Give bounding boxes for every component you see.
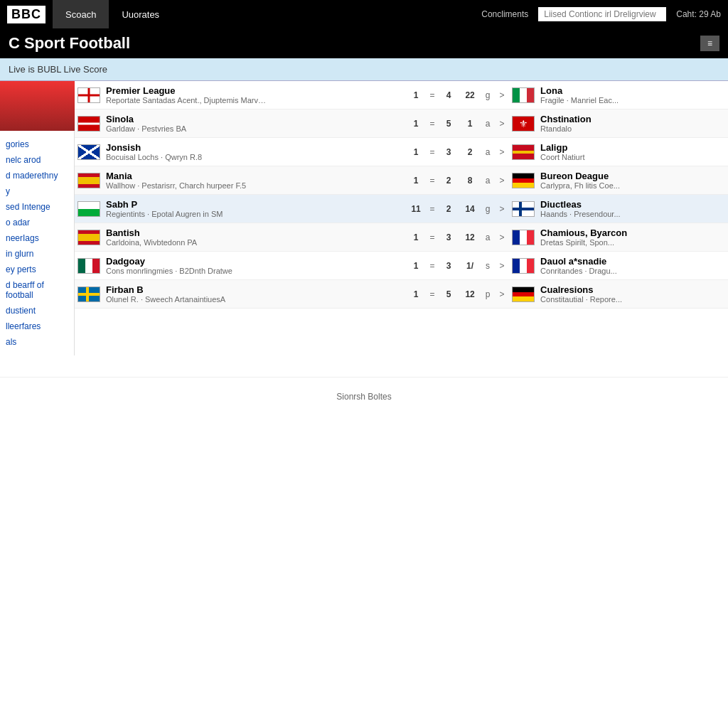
left-flag-cell — [75, 138, 103, 166]
main-layout: gories nelc arod d maderethny y sed Inte… — [0, 81, 728, 355]
sidebar-item-7[interactable]: in glurn — [4, 246, 70, 262]
league-info-cell: JonsishBocuisal Lochs · Qwryn R.8 — [103, 138, 405, 166]
status-letter: a — [481, 166, 495, 195]
equals-sign: = — [427, 195, 438, 223]
league-name[interactable]: Firban B — [106, 284, 402, 295]
right-team-name[interactable]: Bureon Deague — [540, 171, 725, 181]
score-secondary: 12 — [459, 280, 481, 309]
left-flag-cell — [75, 81, 103, 109]
score-left: 1 — [405, 280, 427, 309]
right-team-name[interactable]: Cualresions — [540, 284, 725, 295]
table-row: SinolaGarldaw · Pestvries BA1=51a>⚜Chsti… — [75, 109, 728, 138]
left-flag-cell — [75, 280, 103, 309]
league-info-cell: ManiaWallhow · Pestarisrr, Charch hurpee… — [103, 166, 405, 195]
sidebar-item-5[interactable]: o adar — [4, 215, 70, 230]
right-team-sub: Dretas Spirilt, Spon... — [540, 238, 654, 247]
right-team-name[interactable]: Diuctleas — [540, 199, 725, 210]
live-banner-text: Live is BUBL Live Score — [9, 64, 107, 75]
right-team-sub: Rtandalo — [540, 124, 654, 133]
score-left: 1 — [405, 109, 427, 138]
expand-arrow[interactable]: > — [495, 280, 509, 309]
league-name[interactable]: Mania — [106, 171, 402, 181]
right-info-cell: DiuctleasHaands · Presendour... — [537, 195, 728, 223]
live-banner: Live is BUBL Live Score — [0, 58, 728, 81]
sidebar-item-12[interactable]: als — [4, 334, 70, 350]
footer-text: Sionrsh Boltes — [336, 392, 391, 402]
equals-sign: = — [427, 166, 438, 195]
sidebar-item-3[interactable]: y — [4, 183, 70, 199]
sidebar-image — [0, 81, 75, 131]
league-name[interactable]: Sinola — [106, 114, 402, 124]
league-info-cell: DadgoayCons monrlingmies · B2Dnth Dratwe — [103, 252, 405, 280]
nav-right: Concliments Caht: 29 Ab — [481, 7, 721, 21]
sidebar-item-0[interactable]: gories — [4, 136, 70, 152]
equals-sign: = — [427, 252, 438, 280]
sidebar: gories nelc arod d maderethny y sed Inte… — [0, 81, 75, 355]
sidebar-nav: gories nelc arod d maderethny y sed Inte… — [0, 131, 74, 355]
expand-arrow[interactable]: > — [495, 166, 509, 195]
expand-arrow[interactable]: > — [495, 81, 509, 109]
right-team-sub: Haands · Presendour... — [540, 210, 654, 218]
score-left: 11 — [405, 195, 427, 223]
expand-arrow[interactable]: > — [495, 138, 509, 166]
sidebar-item-10[interactable]: dustient — [4, 303, 70, 318]
league-sub: Garldaw · Pestvries BA — [106, 124, 269, 133]
equals-sign: = — [427, 109, 438, 138]
sidebar-item-2[interactable]: d maderethny — [4, 168, 70, 183]
right-info-cell: LonaFragile · Manriel Eac... — [537, 81, 728, 109]
nav-tabs: Scoach Uuorates — [53, 0, 172, 28]
league-name[interactable]: Sabh P — [106, 199, 402, 210]
league-sub: Wallhow · Pestarisrr, Charch hurpeer F.5 — [106, 181, 269, 190]
page-header: C Sport Football ≡ — [0, 28, 728, 58]
right-info-cell: Dauol a*snadieConritandes · Dragu... — [537, 252, 728, 280]
bbc-logo[interactable]: BBC — [7, 6, 46, 23]
expand-arrow[interactable]: > — [495, 252, 509, 280]
league-name[interactable]: Dadgoay — [106, 256, 402, 267]
page-title: C Sport Football — [9, 34, 130, 53]
sidebar-item-6[interactable]: neerIags — [4, 230, 70, 246]
score-right: 5 — [438, 280, 459, 309]
footer: Sionrsh Boltes — [0, 377, 728, 416]
league-sub: Reportate Santadas Acent., Djuptemis Mar… — [106, 96, 269, 105]
right-team-name[interactable]: Laligp — [540, 142, 725, 153]
left-flag-cell — [75, 109, 103, 138]
nav-tab-uuorates[interactable]: Uuorates — [109, 0, 172, 28]
right-team-name[interactable]: Lona — [540, 85, 725, 96]
expand-arrow[interactable]: > — [495, 109, 509, 138]
status-letter: g — [481, 81, 495, 109]
table-row: BantishCarldoina, Wivbtedonn PA1=312a>Ch… — [75, 223, 728, 252]
left-flag-cell — [75, 195, 103, 223]
right-flag-cell — [509, 195, 537, 223]
status-letter: s — [481, 252, 495, 280]
sidebar-item-1[interactable]: nelc arod — [4, 152, 70, 168]
right-flag-cell — [509, 280, 537, 309]
score-right: 5 — [438, 109, 459, 138]
league-name[interactable]: Bantish — [106, 228, 402, 238]
header-button[interactable]: ≡ — [700, 36, 719, 51]
score-left: 1 — [405, 223, 427, 252]
user-info: Caht: 29 Ab — [676, 9, 721, 19]
nav-tab-scoach[interactable]: Scoach — [53, 0, 109, 28]
right-team-name[interactable]: Dauol a*snadie — [540, 256, 725, 267]
complaints-link[interactable]: Concliments — [481, 9, 528, 19]
score-right: 3 — [438, 138, 459, 166]
sidebar-item-8[interactable]: ey perts — [4, 262, 70, 277]
search-input[interactable] — [538, 7, 666, 21]
status-letter: a — [481, 223, 495, 252]
sidebar-item-11[interactable]: lleerfares — [4, 318, 70, 334]
table-row: Premier LeagueReportate Santadas Acent.,… — [75, 81, 728, 109]
score-secondary: 12 — [459, 223, 481, 252]
sidebar-item-4[interactable]: sed Intenge — [4, 199, 70, 215]
table-row: DadgoayCons monrlingmies · B2Dnth Dratwe… — [75, 252, 728, 280]
right-team-sub: Carlypra, Fh litis Coe... — [540, 181, 654, 190]
score-right: 2 — [438, 166, 459, 195]
league-info-cell: SinolaGarldaw · Pestvries BA — [103, 109, 405, 138]
expand-arrow[interactable]: > — [495, 195, 509, 223]
score-secondary: 22 — [459, 81, 481, 109]
sidebar-item-9[interactable]: d bearff of football — [4, 277, 70, 303]
right-team-name[interactable]: Chamious, Byarcon — [540, 228, 725, 238]
expand-arrow[interactable]: > — [495, 223, 509, 252]
league-name[interactable]: Jonsish — [106, 142, 402, 153]
league-name[interactable]: Premier League — [106, 85, 402, 96]
right-team-name[interactable]: Chstination — [540, 114, 725, 124]
